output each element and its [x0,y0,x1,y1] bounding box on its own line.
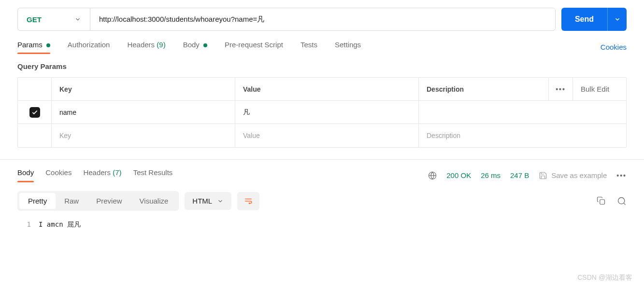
tab-settings[interactable]: Settings [335,41,361,54]
table-header-value: Value [235,78,419,100]
tab-authorization[interactable]: Authorization [68,41,110,54]
table-header-check [18,78,52,100]
dot-icon [203,43,207,47]
table-header-description: Description [419,78,549,100]
svg-rect-3 [600,199,605,204]
response-size[interactable]: 247 B [510,171,529,179]
response-status[interactable]: 200 OK [446,171,471,179]
copy-icon[interactable] [597,196,605,206]
response-more-icon[interactable]: ••• [616,172,627,179]
method-label: GET [27,15,42,24]
watermark: CSDN @湖边看客 [577,273,632,282]
format-select[interactable]: HTML [185,192,231,210]
response-time[interactable]: 26 ms [481,171,501,179]
response-tab-headers-label: Headers [83,168,111,177]
new-value-input[interactable]: Value [235,124,419,147]
tab-headers[interactable]: Headers (9) [127,41,165,54]
row-key-cell[interactable]: name [52,101,235,123]
globe-icon[interactable] [428,171,437,180]
response-body[interactable]: 1 I amcn 屈凡 [17,220,627,229]
tab-body[interactable]: Body [183,41,207,54]
save-as-example-button[interactable]: Save as example [539,171,607,180]
send-dropdown-button[interactable] [607,8,627,31]
chevron-down-icon [74,16,81,23]
response-tab-headers[interactable]: Headers (7) [83,168,121,182]
search-icon[interactable] [617,196,627,206]
line-number: 1 [17,220,39,229]
mode-pretty[interactable]: Pretty [19,193,56,209]
format-label: HTML [192,197,212,205]
svg-line-5 [624,203,626,205]
row-desc-cell[interactable] [419,101,626,123]
response-tab-test-results[interactable]: Test Results [133,168,173,182]
tab-params-label: Params [17,41,43,49]
row-checkbox[interactable] [29,107,40,118]
row-value-cell[interactable]: 凡 [235,101,419,123]
tab-body-label: Body [183,41,200,49]
table-row: name 凡 [18,101,626,124]
view-mode-group: Pretty Raw Preview Visualize [17,191,179,211]
new-desc-input[interactable]: Description [419,124,626,147]
tab-headers-label: Headers [127,41,155,49]
new-row-check [18,124,52,147]
table-header-key: Key [52,78,235,100]
cookies-link[interactable]: Cookies [601,43,627,51]
send-button[interactable]: Send [561,8,607,31]
dot-icon [46,43,50,47]
response-tab-cookies[interactable]: Cookies [45,168,72,182]
params-table: Key Value Description ••• Bulk Edit name… [17,77,627,148]
bulk-edit-link[interactable]: Bulk Edit [573,78,626,100]
tab-tests[interactable]: Tests [301,41,317,54]
mode-visualize[interactable]: Visualize [131,193,177,209]
tab-params[interactable]: Params [17,41,50,54]
tab-headers-count: (9) [157,41,165,49]
mode-preview[interactable]: Preview [87,193,130,209]
response-tab-body[interactable]: Body [17,168,34,182]
method-select[interactable]: GET [18,8,90,30]
save-as-example-label: Save as example [551,171,607,179]
wrap-lines-button[interactable] [237,192,259,210]
response-tab-headers-count: (7) [113,168,121,177]
url-input[interactable] [90,8,555,30]
tab-prerequest[interactable]: Pre-request Script [225,41,283,54]
code-line: I amcn 屈凡 [39,220,81,229]
mode-raw[interactable]: Raw [56,193,87,209]
table-more-icon[interactable]: ••• [549,78,573,100]
new-key-input[interactable]: Key [52,124,235,147]
table-row-new: Key Value Description [18,124,626,147]
section-query-params: Query Params [17,62,627,70]
svg-point-4 [618,197,625,204]
